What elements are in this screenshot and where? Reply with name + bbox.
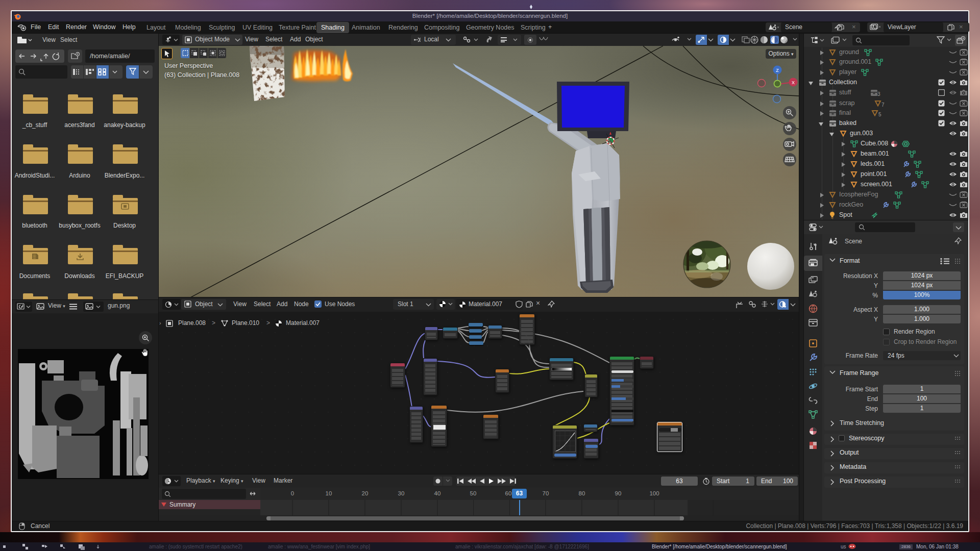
svg-text:100: 100: [649, 490, 659, 496]
svg-text:60: 60: [505, 490, 512, 496]
svg-text:0: 0: [291, 490, 294, 496]
svg-text:80: 80: [579, 490, 585, 496]
svg-text:50: 50: [470, 490, 477, 496]
svg-text:10: 10: [326, 490, 332, 496]
svg-text:20: 20: [362, 490, 369, 496]
svg-text:90: 90: [615, 490, 622, 496]
svg-text:40: 40: [434, 490, 441, 496]
svg-text:Z: Z: [776, 68, 779, 73]
svg-text:30: 30: [398, 490, 405, 496]
svg-text:70: 70: [543, 490, 549, 496]
svg-text:X: X: [792, 80, 795, 85]
